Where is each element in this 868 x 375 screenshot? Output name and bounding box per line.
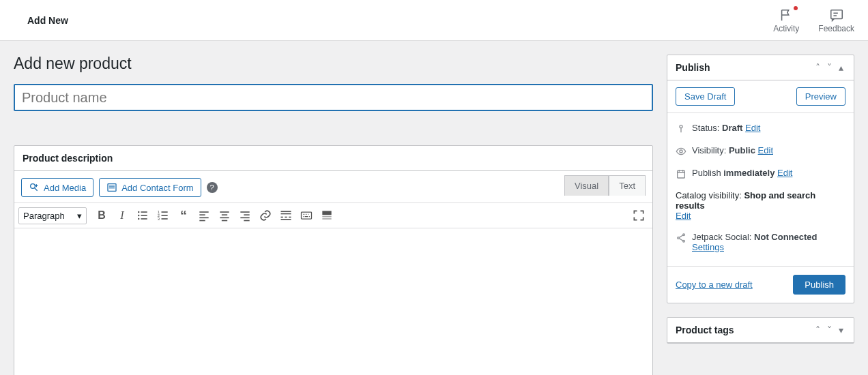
toggle-panel-icon[interactable]: ▾: [837, 325, 845, 335]
visibility-edit-link[interactable]: Edit: [758, 145, 773, 155]
preview-button[interactable]: Preview: [796, 87, 845, 106]
link-icon: [259, 209, 272, 222]
italic-button[interactable]: I: [113, 206, 132, 225]
product-name-input[interactable]: [14, 84, 653, 111]
keyboard-icon: [300, 209, 313, 222]
visibility-value: Public: [729, 145, 755, 155]
publish-value: immediately: [723, 168, 775, 178]
move-up-icon[interactable]: ˄: [813, 62, 822, 73]
keyboard-button[interactable]: [297, 206, 316, 225]
publish-button[interactable]: Publish: [793, 275, 845, 295]
calendar-icon: [676, 168, 686, 179]
toolbar-toggle-button[interactable]: [317, 206, 336, 225]
activity-label: Activity: [773, 24, 799, 33]
align-left-button[interactable]: [194, 206, 214, 225]
editor-body[interactable]: [14, 228, 652, 375]
svg-point-44: [683, 240, 685, 242]
description-title: Product description: [23, 153, 113, 164]
fullscreen-button[interactable]: [629, 206, 648, 225]
save-draft-button[interactable]: Save Draft: [676, 87, 735, 106]
catalog-row: Catalog visibility: Shop and search resu…: [676, 185, 845, 226]
numbered-list-button[interactable]: 123: [154, 206, 173, 225]
svg-rect-29: [281, 211, 291, 212]
visibility-row: Visibility: Public Edit: [676, 140, 845, 162]
toolbar-toggle-icon: [320, 209, 334, 222]
publish-footer: Copy to a new draft Publish: [667, 266, 854, 303]
format-toolbar: Paragraph ▾ B I 123 “: [14, 202, 652, 228]
description-header: Product description: [14, 146, 652, 171]
svg-rect-15: [162, 215, 168, 216]
editor-wrap: Add Media Add Contact Form ? Visual Text…: [14, 171, 652, 375]
format-select[interactable]: Paragraph ▾: [18, 207, 87, 224]
copy-draft-link[interactable]: Copy to a new draft: [676, 280, 753, 290]
feedback-button[interactable]: Feedback: [818, 7, 854, 33]
align-center-icon: [218, 209, 231, 222]
svg-rect-25: [240, 211, 249, 213]
svg-rect-9: [141, 215, 147, 216]
product-tags-title: Product tags: [676, 325, 734, 335]
tab-text[interactable]: Text: [609, 175, 646, 196]
move-down-icon[interactable]: ˅: [825, 325, 834, 335]
align-left-icon: [197, 209, 211, 222]
product-tags-header: Product tags ˄ ˅ ▾: [667, 318, 854, 343]
move-up-icon[interactable]: ˄: [813, 325, 822, 335]
link-button[interactable]: [256, 206, 275, 225]
svg-rect-19: [199, 217, 208, 219]
svg-rect-21: [220, 211, 229, 213]
sidebar: Publish ˄ ˅ ▴ Save Draft Preview Status:…: [667, 55, 854, 357]
jetpack-value: Not Connected: [754, 232, 817, 242]
jetpack-row: Jetpack Social: Not ConnectedSettings: [676, 226, 845, 258]
visibility-label: Visibility:: [692, 145, 729, 155]
svg-rect-38: [322, 218, 331, 220]
publish-title: Publish: [676, 62, 710, 73]
status-edit-link[interactable]: Edit: [745, 123, 760, 133]
tags-controls: ˄ ˅ ▾: [813, 325, 845, 335]
catalog-edit-link[interactable]: Edit: [676, 211, 691, 221]
svg-rect-34: [281, 219, 291, 220]
notification-dot: [794, 6, 798, 10]
svg-rect-36: [322, 211, 331, 215]
svg-rect-31: [281, 217, 283, 218]
svg-rect-28: [244, 220, 249, 222]
feedback-icon: [829, 7, 844, 22]
pin-icon: [676, 123, 686, 134]
svg-rect-17: [199, 211, 208, 213]
svg-rect-4: [109, 188, 115, 188]
move-down-icon[interactable]: ˅: [825, 62, 834, 73]
main-column: Add new product Product description Add …: [14, 55, 653, 375]
readmore-button[interactable]: [276, 206, 295, 225]
status-label: Status:: [692, 123, 722, 133]
description-box: Product description Add Media Add Contac…: [14, 145, 653, 375]
svg-rect-33: [289, 217, 291, 218]
svg-point-6: [138, 215, 140, 217]
status-row: Status: Draft Edit: [676, 117, 845, 140]
publish-label: Publish: [692, 168, 723, 178]
svg-rect-3: [109, 185, 115, 186]
svg-rect-27: [240, 217, 249, 219]
svg-point-43: [678, 237, 680, 239]
svg-rect-32: [285, 217, 287, 218]
toggle-panel-icon[interactable]: ▴: [837, 62, 845, 73]
bold-button[interactable]: B: [92, 206, 111, 225]
publish-header: Publish ˄ ˅ ▴: [667, 55, 854, 80]
svg-point-39: [680, 125, 682, 128]
jetpack-label: Jetpack Social:: [692, 232, 754, 242]
align-center-button[interactable]: [215, 206, 234, 225]
svg-rect-23: [220, 217, 229, 219]
svg-rect-22: [222, 214, 227, 215]
schedule-edit-link[interactable]: Edit: [777, 168, 792, 178]
align-right-button[interactable]: [235, 206, 255, 225]
svg-rect-14: [162, 211, 168, 213]
blockquote-button[interactable]: “: [174, 206, 193, 225]
activity-button[interactable]: Activity: [773, 7, 799, 33]
add-contact-form-button[interactable]: Add Contact Form: [99, 178, 201, 197]
tab-visual[interactable]: Visual: [564, 175, 609, 196]
publish-controls: ˄ ˅ ▴: [813, 62, 845, 73]
bullet-list-button[interactable]: [133, 206, 152, 225]
numbered-list-icon: 123: [156, 209, 170, 222]
add-media-button[interactable]: Add Media: [21, 178, 93, 197]
jetpack-settings-link[interactable]: Settings: [692, 242, 724, 252]
help-icon[interactable]: ?: [207, 182, 218, 193]
publish-actions-row: Save Draft Preview: [667, 80, 854, 112]
status-value: Draft: [722, 123, 742, 133]
